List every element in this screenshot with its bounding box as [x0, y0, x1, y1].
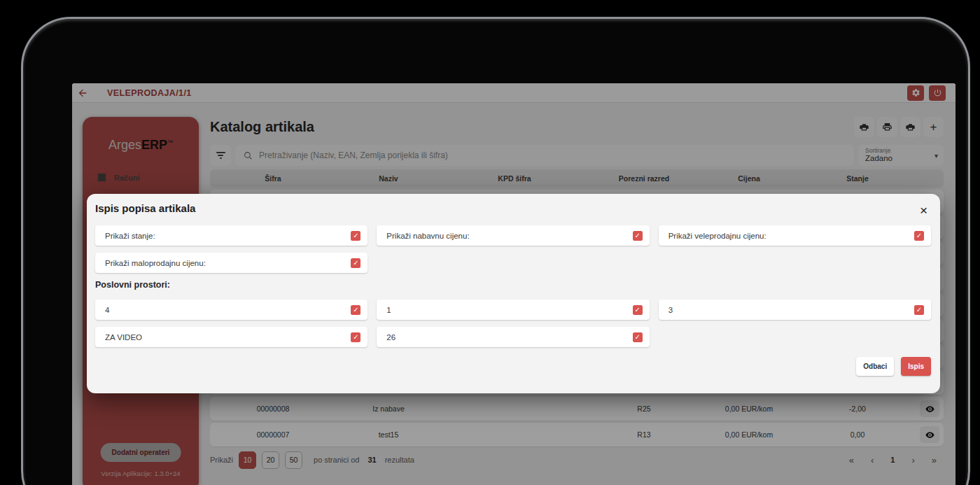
option-prikazi-nabavnu[interactable]: Prikaži nabavnu cijenu:	[377, 225, 649, 246]
space-option-4[interactable]: 4	[95, 300, 368, 320]
space-option-3[interactable]: 3	[659, 300, 931, 320]
checkbox-checked-icon[interactable]	[633, 332, 643, 342]
option-prikazi-veleprodajnu[interactable]: Prikaži veleprodajnu cijenu:	[659, 225, 931, 246]
checkbox-checked-icon[interactable]	[914, 305, 924, 315]
checkbox-checked-icon[interactable]	[633, 305, 643, 315]
close-icon[interactable]: ×	[920, 204, 927, 217]
checkbox-checked-icon[interactable]	[351, 305, 360, 315]
space-option-26[interactable]: 26	[377, 327, 649, 347]
print-list-dialog: Ispis popisa artikala × Prikaži stanje: …	[87, 194, 940, 393]
checkbox-checked-icon[interactable]	[351, 231, 360, 241]
tablet-bezel: VELEPRODAJA/1/1 ArgesERP™	[21, 17, 970, 485]
stage: VELEPRODAJA/1/1 ArgesERP™	[0, 0, 980, 485]
checkbox-row-2: Prikaži maloprodajnu cijenu:	[95, 253, 931, 273]
dialog-title: Ispis popisa artikala	[95, 202, 931, 214]
checkbox-checked-icon[interactable]	[633, 231, 643, 241]
option-prikazi-maloprodajnu[interactable]: Prikaži maloprodajnu cijenu:	[95, 253, 368, 273]
cancel-button[interactable]: Odbaci	[856, 357, 894, 376]
space-option-za-video[interactable]: ZA VIDEO	[95, 327, 368, 347]
checkbox-row-1: Prikaži stanje: Prikaži nabavnu cijenu: …	[95, 225, 931, 246]
print-confirm-button[interactable]: Ispis	[901, 357, 931, 376]
section-poslovni-prostori: Poslovni prostori:	[95, 280, 931, 290]
dialog-actions: Odbaci Ispis	[95, 357, 931, 376]
checkbox-checked-icon[interactable]	[351, 332, 360, 342]
space-option-1[interactable]: 1	[377, 300, 649, 320]
checkbox-checked-icon[interactable]	[914, 231, 924, 241]
app-screen: VELEPRODAJA/1/1 ArgesERP™	[72, 83, 955, 485]
checkbox-checked-icon[interactable]	[351, 258, 360, 268]
spaces-row-2: ZA VIDEO 26	[95, 327, 931, 347]
spaces-row-1: 4 1 3	[95, 300, 931, 320]
option-prikazi-stanje[interactable]: Prikaži stanje:	[95, 225, 368, 246]
